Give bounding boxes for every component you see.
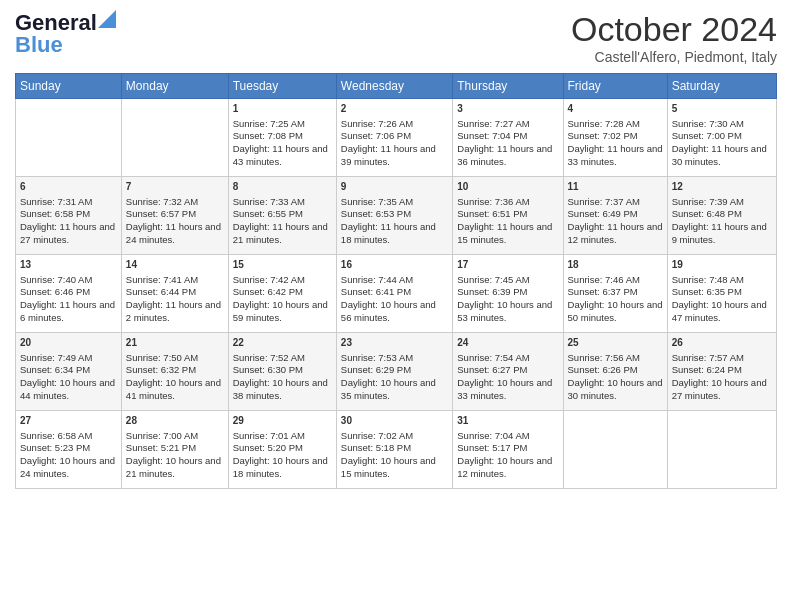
calendar-cell: [667, 411, 776, 489]
sunset-text: Sunset: 5:18 PM: [341, 442, 411, 453]
daylight-text: Daylight: 10 hours and 30 minutes.: [568, 377, 663, 401]
day-number: 26: [672, 336, 772, 350]
calendar-cell: 12Sunrise: 7:39 AMSunset: 6:48 PMDayligh…: [667, 177, 776, 255]
sunrise-text: Sunrise: 7:56 AM: [568, 352, 640, 363]
calendar-cell: [16, 99, 122, 177]
sunrise-text: Sunrise: 7:45 AM: [457, 274, 529, 285]
sunset-text: Sunset: 6:30 PM: [233, 364, 303, 375]
day-number: 9: [341, 180, 448, 194]
header: General Blue October 2024 Castell'Alfero…: [15, 10, 777, 65]
calendar-cell: 17Sunrise: 7:45 AMSunset: 6:39 PMDayligh…: [453, 255, 563, 333]
sunrise-text: Sunrise: 7:25 AM: [233, 118, 305, 129]
daylight-text: Daylight: 10 hours and 18 minutes.: [233, 455, 328, 479]
daylight-text: Daylight: 11 hours and 18 minutes.: [341, 221, 436, 245]
logo-triangle-icon: [98, 10, 116, 28]
sunset-text: Sunset: 5:23 PM: [20, 442, 90, 453]
header-saturday: Saturday: [667, 74, 776, 99]
daylight-text: Daylight: 10 hours and 38 minutes.: [233, 377, 328, 401]
calendar-cell: 23Sunrise: 7:53 AMSunset: 6:29 PMDayligh…: [336, 333, 452, 411]
calendar-cell: 18Sunrise: 7:46 AMSunset: 6:37 PMDayligh…: [563, 255, 667, 333]
calendar-cell: 22Sunrise: 7:52 AMSunset: 6:30 PMDayligh…: [228, 333, 336, 411]
calendar-cell: 15Sunrise: 7:42 AMSunset: 6:42 PMDayligh…: [228, 255, 336, 333]
sunrise-text: Sunrise: 7:53 AM: [341, 352, 413, 363]
svg-marker-0: [98, 10, 116, 28]
logo: General Blue: [15, 10, 116, 58]
daylight-text: Daylight: 10 hours and 47 minutes.: [672, 299, 767, 323]
day-number: 4: [568, 102, 663, 116]
sunrise-text: Sunrise: 7:33 AM: [233, 196, 305, 207]
sunrise-text: Sunrise: 7:49 AM: [20, 352, 92, 363]
calendar-cell: 20Sunrise: 7:49 AMSunset: 6:34 PMDayligh…: [16, 333, 122, 411]
daylight-text: Daylight: 10 hours and 53 minutes.: [457, 299, 552, 323]
calendar-cell: 11Sunrise: 7:37 AMSunset: 6:49 PMDayligh…: [563, 177, 667, 255]
calendar-cell: 1Sunrise: 7:25 AMSunset: 7:08 PMDaylight…: [228, 99, 336, 177]
daylight-text: Daylight: 10 hours and 12 minutes.: [457, 455, 552, 479]
calendar-cell: 5Sunrise: 7:30 AMSunset: 7:00 PMDaylight…: [667, 99, 776, 177]
day-number: 20: [20, 336, 117, 350]
calendar-cell: 26Sunrise: 7:57 AMSunset: 6:24 PMDayligh…: [667, 333, 776, 411]
daylight-text: Daylight: 11 hours and 2 minutes.: [126, 299, 221, 323]
calendar-cell: 27Sunrise: 6:58 AMSunset: 5:23 PMDayligh…: [16, 411, 122, 489]
sunset-text: Sunset: 6:44 PM: [126, 286, 196, 297]
sunset-text: Sunset: 6:42 PM: [233, 286, 303, 297]
sunset-text: Sunset: 6:46 PM: [20, 286, 90, 297]
daylight-text: Daylight: 10 hours and 56 minutes.: [341, 299, 436, 323]
sunset-text: Sunset: 6:48 PM: [672, 208, 742, 219]
day-number: 18: [568, 258, 663, 272]
sunset-text: Sunset: 6:24 PM: [672, 364, 742, 375]
daylight-text: Daylight: 10 hours and 59 minutes.: [233, 299, 328, 323]
sunrise-text: Sunrise: 7:04 AM: [457, 430, 529, 441]
calendar-cell: 10Sunrise: 7:36 AMSunset: 6:51 PMDayligh…: [453, 177, 563, 255]
calendar-cell: 21Sunrise: 7:50 AMSunset: 6:32 PMDayligh…: [121, 333, 228, 411]
daylight-text: Daylight: 11 hours and 27 minutes.: [20, 221, 115, 245]
logo-blue: Blue: [15, 32, 63, 58]
day-number: 29: [233, 414, 332, 428]
sunrise-text: Sunrise: 7:41 AM: [126, 274, 198, 285]
day-number: 25: [568, 336, 663, 350]
sunset-text: Sunset: 6:37 PM: [568, 286, 638, 297]
sunrise-text: Sunrise: 7:28 AM: [568, 118, 640, 129]
daylight-text: Daylight: 11 hours and 33 minutes.: [568, 143, 663, 167]
calendar-cell: 7Sunrise: 7:32 AMSunset: 6:57 PMDaylight…: [121, 177, 228, 255]
day-number: 6: [20, 180, 117, 194]
sunset-text: Sunset: 7:06 PM: [341, 130, 411, 141]
day-number: 1: [233, 102, 332, 116]
sunset-text: Sunset: 6:55 PM: [233, 208, 303, 219]
daylight-text: Daylight: 10 hours and 33 minutes.: [457, 377, 552, 401]
calendar-cell: 31Sunrise: 7:04 AMSunset: 5:17 PMDayligh…: [453, 411, 563, 489]
sunset-text: Sunset: 5:21 PM: [126, 442, 196, 453]
day-number: 19: [672, 258, 772, 272]
sunset-text: Sunset: 6:51 PM: [457, 208, 527, 219]
week-row-2: 6Sunrise: 7:31 AMSunset: 6:58 PMDaylight…: [16, 177, 777, 255]
calendar-cell: 13Sunrise: 7:40 AMSunset: 6:46 PMDayligh…: [16, 255, 122, 333]
sunset-text: Sunset: 5:17 PM: [457, 442, 527, 453]
header-wednesday: Wednesday: [336, 74, 452, 99]
sunrise-text: Sunrise: 7:27 AM: [457, 118, 529, 129]
sunrise-text: Sunrise: 7:40 AM: [20, 274, 92, 285]
calendar-cell: 6Sunrise: 7:31 AMSunset: 6:58 PMDaylight…: [16, 177, 122, 255]
daylight-text: Daylight: 10 hours and 24 minutes.: [20, 455, 115, 479]
daylight-text: Daylight: 10 hours and 15 minutes.: [341, 455, 436, 479]
day-number: 22: [233, 336, 332, 350]
sunset-text: Sunset: 6:41 PM: [341, 286, 411, 297]
sunset-text: Sunset: 6:39 PM: [457, 286, 527, 297]
daylight-text: Daylight: 11 hours and 36 minutes.: [457, 143, 552, 167]
calendar-cell: 19Sunrise: 7:48 AMSunset: 6:35 PMDayligh…: [667, 255, 776, 333]
daylight-text: Daylight: 11 hours and 12 minutes.: [568, 221, 663, 245]
day-number: 24: [457, 336, 558, 350]
sunset-text: Sunset: 6:35 PM: [672, 286, 742, 297]
calendar-cell: 8Sunrise: 7:33 AMSunset: 6:55 PMDaylight…: [228, 177, 336, 255]
week-row-5: 27Sunrise: 6:58 AMSunset: 5:23 PMDayligh…: [16, 411, 777, 489]
daylight-text: Daylight: 11 hours and 6 minutes.: [20, 299, 115, 323]
day-number: 31: [457, 414, 558, 428]
day-number: 5: [672, 102, 772, 116]
sunset-text: Sunset: 6:53 PM: [341, 208, 411, 219]
location-subtitle: Castell'Alfero, Piedmont, Italy: [571, 49, 777, 65]
daylight-text: Daylight: 10 hours and 50 minutes.: [568, 299, 663, 323]
calendar-cell: 28Sunrise: 7:00 AMSunset: 5:21 PMDayligh…: [121, 411, 228, 489]
sunset-text: Sunset: 6:57 PM: [126, 208, 196, 219]
calendar-cell: 16Sunrise: 7:44 AMSunset: 6:41 PMDayligh…: [336, 255, 452, 333]
sunrise-text: Sunrise: 7:37 AM: [568, 196, 640, 207]
calendar-cell: 25Sunrise: 7:56 AMSunset: 6:26 PMDayligh…: [563, 333, 667, 411]
sunset-text: Sunset: 6:27 PM: [457, 364, 527, 375]
